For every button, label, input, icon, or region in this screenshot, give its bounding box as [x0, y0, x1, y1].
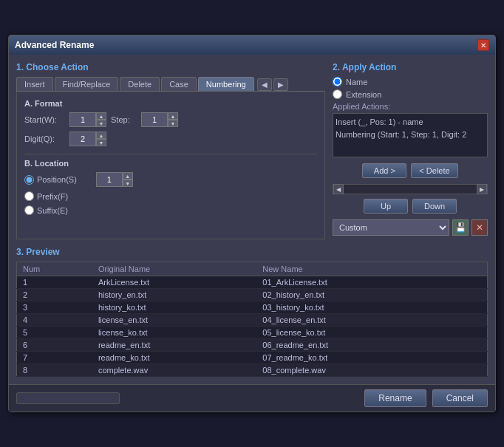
tab-scroll-right[interactable]: ▶ [273, 78, 288, 91]
col-new-name: New Name [256, 262, 456, 276]
cell-new-name: 03_history_ko.txt [256, 301, 456, 314]
location-label: B. Location [24, 159, 317, 168]
step-spin-down[interactable]: ▼ [168, 120, 178, 127]
cell-extra [456, 301, 488, 314]
preview-table: Num Original Name New Name 1 ArkLicense.… [16, 262, 488, 377]
tab-insert[interactable]: Insert [16, 77, 53, 91]
position-input[interactable] [96, 172, 123, 187]
suffix-label[interactable]: Suffix(E) [37, 206, 68, 215]
position-spin-buttons: ▲ ▼ [123, 172, 133, 187]
position-spin-down[interactable]: ▼ [123, 180, 133, 187]
start-row: Start(W): ▲ ▼ Step: [24, 112, 317, 127]
cell-original: history_en.txt [92, 289, 256, 301]
applied-action-2: Numbering (Start: 1, Step: 1, Digit: 2 [336, 129, 485, 141]
name-radio-row: Name [333, 77, 488, 86]
preview-section: 3. Preview Num Original Name New Name 1 … [16, 247, 488, 377]
extension-radio-row: Extension [333, 89, 488, 99]
tab-find-replace[interactable]: Find/Replace [55, 77, 119, 91]
custom-row: Custom 💾 ✕ [333, 219, 488, 236]
applied-action-1: Insert (_, Pos: 1) - name [336, 116, 485, 129]
prefix-row: Prefix(F) [24, 191, 317, 201]
start-spin-up[interactable]: ▲ [96, 112, 106, 120]
tab-case[interactable]: Case [161, 77, 197, 91]
cell-num: 8 [17, 364, 92, 377]
start-spinbox: ▲ ▼ [69, 112, 106, 127]
close-button[interactable]: ✕ [477, 39, 489, 51]
progress-bar [16, 392, 120, 404]
cell-num: 2 [17, 289, 92, 301]
cell-new-name: 08_complete.wav [256, 364, 456, 377]
table-row: 6 readme_en.txt 06_readme_en.txt [17, 339, 488, 352]
right-panel: 2. Apply Action Name Extension Applied A… [333, 62, 488, 239]
name-radio[interactable] [333, 77, 342, 86]
window-title: Advanced Rename [15, 40, 94, 50]
position-radio[interactable] [24, 175, 34, 185]
digit-spin-up[interactable]: ▲ [96, 132, 106, 139]
actions-scrollbar[interactable]: ◀ ▶ [333, 184, 488, 194]
applied-actions-box: Insert (_, Pos: 1) - name Numbering (Sta… [333, 113, 488, 157]
up-down-row: Up Down [333, 199, 488, 214]
extension-radio[interactable] [333, 89, 342, 99]
step-input[interactable] [141, 112, 168, 127]
section1-title: 1. Choose Action [16, 62, 325, 72]
digit-input[interactable] [69, 132, 96, 146]
custom-select[interactable]: Custom [333, 219, 449, 236]
suffix-radio[interactable] [24, 205, 34, 215]
tab-content: A. Format Start(W): ▲ ▼ Step: [16, 92, 325, 239]
col-extra [456, 262, 488, 276]
scroll-left-arrow[interactable]: ◀ [333, 184, 344, 194]
table-row: 5 license_ko.txt 05_license_ko.txt [17, 327, 488, 339]
table-row: 1 ArkLicense.txt 01_ArkLicense.txt [17, 276, 488, 289]
cell-new-name: 07_readme_ko.txt [256, 352, 456, 364]
tab-numbering[interactable]: Numbering [198, 77, 254, 91]
section2-title: 2. Apply Action [333, 62, 488, 72]
format-section: A. Format Start(W): ▲ ▼ Step: [24, 99, 317, 146]
position-label[interactable]: Position(S) [37, 175, 77, 184]
col-original: Original Name [92, 262, 256, 276]
footer-buttons: Rename Cancel [364, 389, 488, 407]
prefix-radio[interactable] [24, 191, 34, 201]
tab-scroll-left[interactable]: ◀ [257, 78, 272, 91]
cell-extra [456, 327, 488, 339]
tab-bar: Insert Find/Replace Delete Case Numberin… [16, 77, 325, 92]
prefix-radio-row: Prefix(F) [24, 191, 68, 201]
applied-actions-label: Applied Actions: [333, 102, 488, 111]
table-header-row: Num Original Name New Name [17, 262, 488, 276]
cancel-button[interactable]: Cancel [432, 389, 488, 407]
up-button[interactable]: Up [364, 199, 408, 214]
step-spin-buttons: ▲ ▼ [168, 112, 178, 127]
delete-preset-button[interactable]: ✕ [471, 219, 488, 236]
table-row: 2 history_en.txt 02_history_en.txt [17, 289, 488, 301]
cell-num: 5 [17, 327, 92, 339]
position-spin-up[interactable]: ▲ [123, 172, 133, 180]
cell-original: readme_en.txt [92, 339, 256, 352]
digit-spinbox: ▲ ▼ [69, 132, 106, 146]
section3-title: 3. Preview [16, 247, 488, 257]
add-button[interactable]: Add > [362, 163, 406, 178]
scroll-right-arrow[interactable]: ▶ [477, 184, 487, 194]
cell-new-name: 06_readme_en.txt [256, 339, 456, 352]
cell-original: history_ko.txt [92, 301, 256, 314]
save-preset-button[interactable]: 💾 [452, 219, 469, 236]
step-spinbox: ▲ ▼ [141, 112, 178, 127]
start-spin-down[interactable]: ▼ [96, 120, 106, 127]
start-input[interactable] [69, 112, 96, 127]
scroll-track[interactable] [344, 185, 477, 194]
name-radio-label[interactable]: Name [346, 78, 367, 86]
format-label: A. Format [24, 99, 317, 108]
delete-button[interactable]: < Delete [411, 163, 457, 178]
step-spin-up[interactable]: ▲ [168, 112, 178, 120]
cell-new-name: 05_license_ko.txt [256, 327, 456, 339]
prefix-label[interactable]: Prefix(F) [37, 192, 68, 201]
tab-delete[interactable]: Delete [120, 77, 160, 91]
table-row: 3 history_ko.txt 03_history_ko.txt [17, 301, 488, 314]
rename-button[interactable]: Rename [364, 389, 426, 407]
main-layout: 1. Choose Action Insert Find/Replace Del… [16, 62, 488, 239]
extension-radio-label[interactable]: Extension [346, 90, 381, 99]
cell-new-name: 04_license_en.txt [256, 314, 456, 327]
suffix-radio-row: Suffix(E) [24, 205, 68, 215]
down-button[interactable]: Down [412, 199, 457, 214]
table-row: 4 license_en.txt 04_license_en.txt [17, 314, 488, 327]
cell-extra [456, 352, 488, 364]
digit-spin-down[interactable]: ▼ [96, 139, 106, 146]
